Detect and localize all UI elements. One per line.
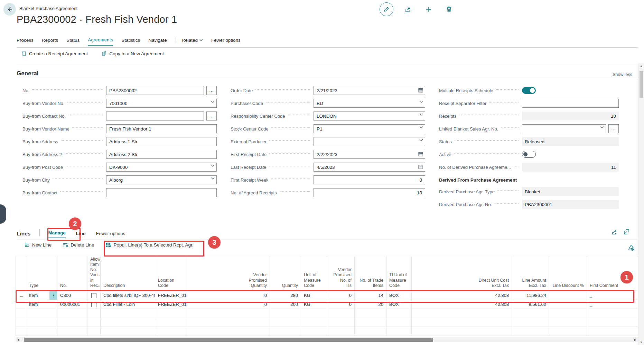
active-toggle[interactable] [522,151,536,158]
description-cell[interactable]: Cod fillets sl/bl IQF 300-400 1x... [101,291,155,300]
row-selector-cell[interactable] [16,300,26,309]
col-no-of-trade-items[interactable]: No. of Trade Items [355,256,386,291]
chevron-down-icon[interactable] [600,126,604,129]
derived-purchase-agr-no-value[interactable]: PBA2300001 [522,200,619,209]
col-description[interactable]: Description [101,256,155,291]
scroll-up-arrow-icon[interactable]: ▲ [640,65,643,68]
line-amount-cell[interactable]: 11,986.24 [512,291,549,300]
lines-tab-fewer-options[interactable]: Fewer options [96,231,125,238]
checkbox[interactable] [91,302,96,307]
vertical-scrollbar[interactable]: ▲ ▼ [638,63,644,345]
line-amount-cell[interactable]: 8,561.60 [512,300,549,309]
no-cell[interactable]: 00000001 [57,300,87,309]
description-cell[interactable]: Cod Fillet - Loin [101,300,155,309]
buy-from-city-input[interactable] [106,175,217,184]
table-row-2[interactable]: Item 00000001 Cod Fillet - Loin FREEZER_… [16,300,638,309]
buy-from-contact-no-lookup-button[interactable]: … [206,112,217,120]
no-lookup-button[interactable]: … [206,86,217,95]
purchaser-code-input[interactable] [314,99,425,108]
first-comment-link[interactable]: _ [590,293,592,298]
linked-blanket-sales-agr-no-lookup-button[interactable]: … [608,124,619,133]
new-button[interactable] [425,6,432,13]
no-cell[interactable]: C300 [57,291,87,300]
buy-from-post-code-input[interactable] [106,163,217,172]
copy-to-new-agreement-button[interactable]: Copy to a New Agreement [102,51,164,56]
location-code-cell[interactable]: FREEZER_01 [155,300,187,309]
chevron-down-icon[interactable] [419,100,423,103]
empty-table-row[interactable] [16,309,638,318]
last-receipt-date-input[interactable] [314,163,425,172]
create-receipt-agreement-button[interactable]: Create a Receipt Agreement [21,51,88,56]
col-quantity[interactable]: Quantity [270,256,301,291]
delete-button[interactable] [446,6,452,13]
col-vendor-promised-quantity[interactable]: Vendor Promised Quantity [187,256,270,291]
table-row-1[interactable]: → Item ⋮ C300 Cod fillets sl/bl IQF 300-… [16,291,638,300]
allow-variation-cell[interactable] [87,300,101,309]
scroll-right-arrow-icon[interactable]: ▶ [634,338,636,342]
side-panel-handle[interactable] [0,204,6,224]
chevron-down-icon[interactable] [419,139,423,142]
calendar-icon[interactable] [418,152,423,156]
share-button[interactable] [404,6,411,13]
scroll-left-arrow-icon[interactable]: ◀ [17,338,19,342]
tab-process[interactable]: Process [17,38,34,45]
vendor-promised-qty-cell[interactable]: 0 [187,300,270,309]
chevron-down-icon[interactable] [419,113,423,116]
delete-line-button[interactable]: Delete Line [63,242,94,248]
buy-from-vendor-no-input[interactable] [106,99,217,108]
order-date-input[interactable] [314,86,425,95]
receipts-value[interactable]: 10 [522,112,619,120]
ti-uom-cell[interactable]: BOX [386,300,412,309]
tab-fewer-options[interactable]: Fewer options [211,38,241,45]
buy-from-contact-input[interactable] [106,188,217,197]
col-line-amount[interactable]: Line Amount Excl. Tax [512,256,549,291]
first-receipt-week-input[interactable] [314,175,425,184]
empty-table-row[interactable] [16,318,638,327]
tab-related[interactable]: Related [181,38,203,45]
populate-lines-button[interactable]: Popul. Line(s) To a Selected Rcpt. Agr. [105,242,194,248]
back-button[interactable] [3,3,16,16]
first-comment-cell[interactable]: _ [587,300,638,309]
col-ti-unit-of-measure-code[interactable]: TI Unit of Measure Code [386,256,412,291]
vertical-scrollbar-thumb[interactable] [640,71,643,98]
tab-reports[interactable]: Reports [42,38,58,45]
checkbox[interactable] [91,293,96,298]
no-of-derived-purchase-agreements-value[interactable]: 11 [522,163,619,172]
lines-tab-line[interactable]: Line [76,231,86,238]
col-line-discount[interactable]: Line Discount % [549,256,587,291]
no-input[interactable] [106,86,204,95]
chevron-down-icon[interactable] [211,164,215,167]
general-section-heading[interactable]: General [17,70,38,77]
allow-variation-cell[interactable] [87,291,101,300]
uom-cell[interactable]: KG [301,291,327,300]
chevron-down-icon[interactable] [419,126,423,129]
first-comment-link[interactable]: _ [590,302,592,307]
col-no[interactable]: No. [57,256,87,291]
edit-button[interactable] [380,2,393,16]
col-vendor-promised-no-of-tis[interactable]: Vendor Promised No. of TIs [327,256,355,291]
calendar-icon[interactable] [418,164,423,169]
linked-blanket-sales-agr-no-input[interactable] [522,124,606,133]
vendor-promised-qty-cell[interactable]: 0 [187,291,270,300]
line-discount-cell[interactable] [549,291,587,300]
tab-statistics[interactable]: Statistics [121,38,140,45]
unpin-button[interactable] [627,244,634,251]
buy-from-contact-no-input[interactable] [106,112,204,120]
col-first-comment[interactable]: First Comment [587,256,638,291]
tab-status[interactable]: Status [66,38,80,45]
receipt-separator-filter-input[interactable] [522,99,619,108]
show-less-link[interactable]: Show less [613,72,632,77]
stock-center-code-input[interactable] [314,124,425,133]
direct-unit-cost-cell[interactable]: 42.808 [412,291,512,300]
responsibility-center-code-input[interactable] [314,112,425,120]
no-of-agreed-receipts-input[interactable] [314,188,425,197]
type-cell[interactable]: Item [26,300,57,309]
tab-navigate[interactable]: Navigate [148,38,167,45]
no-of-trade-items-cell[interactable]: 14 [355,291,386,300]
horizontal-scrollbar[interactable]: ◀ ▶ [16,337,638,342]
buy-from-address-2-input[interactable] [106,150,217,159]
col-allow-item-no-variation[interactable]: Allow Item No. Vari... in Rec... [87,256,101,291]
ti-uom-cell[interactable]: BOX [386,291,412,300]
first-receipt-date-input[interactable] [314,150,425,159]
horizontal-scrollbar-thumb[interactable] [24,338,433,342]
